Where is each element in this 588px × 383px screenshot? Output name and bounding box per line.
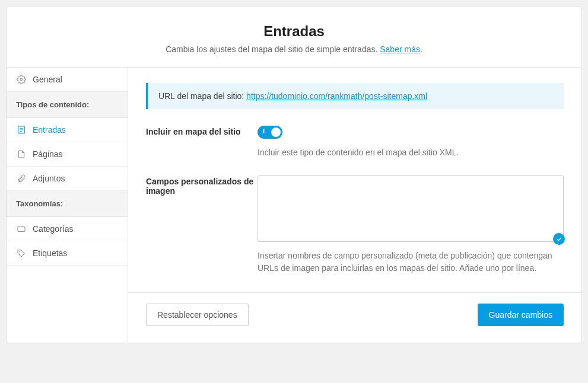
sidebar-item-label: Adjuntos — [33, 174, 65, 183]
tag-icon — [16, 248, 27, 258]
sidebar-group-content-types: Tipos de contenido: — [7, 92, 128, 118]
content-area: URL del mapa del sitio: https://tudomini… — [128, 68, 581, 343]
settings-panel: Entradas Cambia los ajustes del mapa del… — [6, 6, 582, 343]
sidebar-item-label: Entradas — [33, 125, 66, 135]
page-subtitle: Cambia los ajustes del mapa del sitio de… — [18, 44, 570, 54]
sidebar-item-label: Etiquetas — [33, 248, 67, 258]
footer-actions: Restablecer opciones Guardar cambios — [128, 292, 581, 337]
custom-image-textarea[interactable] — [258, 175, 564, 242]
field-include-in-sitemap: Incluir en mapa del sitio Incluir este t… — [146, 126, 564, 159]
panel-body: General Tipos de contenido: Entradas Pág… — [7, 68, 581, 343]
sidebar-item-label: General — [33, 75, 62, 84]
sidebar: General Tipos de contenido: Entradas Pág… — [7, 68, 128, 343]
folder-icon — [16, 224, 27, 234]
include-toggle[interactable] — [258, 126, 282, 139]
sidebar-item-general[interactable]: General — [7, 68, 128, 92]
save-button[interactable]: Guardar cambios — [478, 304, 564, 326]
subtitle-suffix: . — [420, 44, 422, 54]
custom-image-label: Campos personalizados de imagen — [146, 175, 258, 196]
subtitle-text: Cambia los ajustes del mapa del sitio de… — [166, 44, 380, 54]
check-icon — [553, 233, 565, 245]
sitemap-url-link[interactable]: https://tudominio.com/rankmath/post-site… — [246, 91, 427, 101]
include-description: Incluir este tipo de contenido en el map… — [258, 146, 564, 159]
sidebar-group-taxonomies: Taxonomías: — [7, 191, 128, 217]
sidebar-item-categorias[interactable]: Categorías — [7, 217, 128, 241]
svg-point-5 — [19, 251, 20, 252]
notice-label: URL del mapa del sitio: — [158, 91, 246, 101]
svg-point-0 — [20, 78, 23, 81]
sidebar-item-label: Páginas — [33, 149, 63, 159]
include-label: Incluir en mapa del sitio — [146, 126, 258, 136]
gear-icon — [16, 75, 27, 84]
sitemap-url-notice: URL del mapa del sitio: https://tudomini… — [146, 83, 564, 109]
sidebar-item-paginas[interactable]: Páginas — [7, 142, 128, 167]
sidebar-item-entradas[interactable]: Entradas — [7, 118, 128, 142]
field-custom-image-fields: Campos personalizados de imagen Insertar… — [146, 175, 564, 275]
learn-more-link[interactable]: Saber más — [380, 44, 420, 54]
page-icon — [16, 149, 27, 159]
panel-header: Entradas Cambia los ajustes del mapa del… — [7, 7, 581, 68]
sidebar-item-etiquetas[interactable]: Etiquetas — [7, 241, 128, 266]
sidebar-item-adjuntos[interactable]: Adjuntos — [7, 167, 128, 191]
textarea-wrapper — [258, 175, 564, 244]
document-lines-icon — [16, 125, 27, 135]
custom-image-description: Insertar nombres de campo personalizado … — [258, 250, 564, 275]
sidebar-item-label: Categorías — [33, 224, 73, 234]
reset-button[interactable]: Restablecer opciones — [146, 304, 249, 326]
page-title: Entradas — [18, 23, 570, 40]
attachment-icon — [16, 174, 27, 183]
